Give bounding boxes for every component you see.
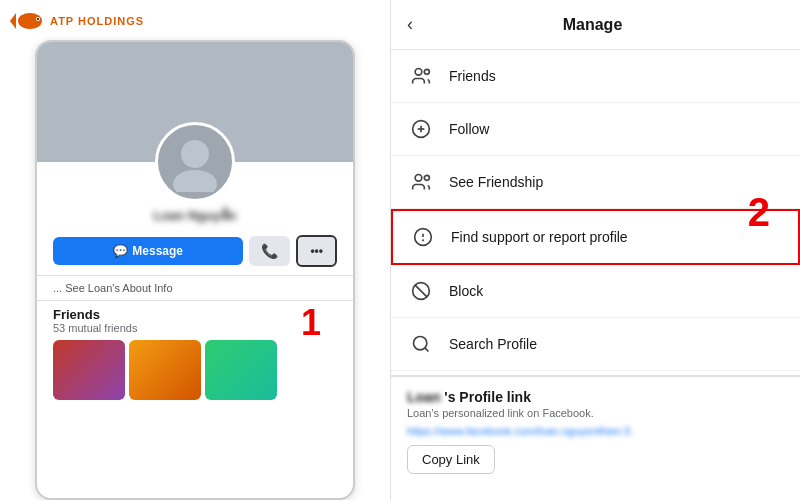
phone-frame: Loan Nguyễn 💬 Message 📞 ••• 1 ... See Lo… (35, 40, 355, 500)
right-panel: ‹ Manage Friends Follow (390, 0, 800, 500)
profile-link-url: https://www.facebook.com/loan.nguyenthie… (407, 425, 784, 437)
menu-item-search[interactable]: Search Profile (391, 318, 800, 371)
logo-text: ATP HOLDINGS (50, 15, 144, 27)
logo-area: ATP HOLDINGS (10, 8, 144, 34)
menu-block-label: Block (449, 283, 483, 299)
annotation-1: 1 (301, 302, 321, 344)
menu-friends-label: Friends (449, 68, 496, 84)
follow-icon (407, 115, 435, 143)
svg-point-7 (424, 69, 429, 74)
svg-point-0 (18, 13, 42, 29)
block-icon (407, 277, 435, 305)
menu-item-block[interactable]: Block (391, 265, 800, 318)
svg-line-19 (425, 348, 429, 352)
profile-name-blurred: Loan (407, 389, 440, 405)
svg-line-17 (415, 285, 427, 297)
menu-report-label: Find support or report profile (451, 229, 628, 245)
report-icon (409, 223, 437, 251)
svg-point-15 (423, 240, 424, 241)
menu-friendship-label: See Friendship (449, 174, 543, 190)
menu-follow-label: Follow (449, 121, 489, 137)
friend-photo-1 (53, 340, 125, 400)
friends-photos (53, 340, 337, 400)
svg-point-11 (415, 175, 422, 182)
manage-title: Manage (425, 16, 760, 34)
call-button[interactable]: 📞 (249, 236, 290, 266)
svg-marker-1 (10, 13, 16, 29)
avatar-wrap (37, 122, 353, 202)
menu-item-report[interactable]: Find support or report profile (391, 209, 800, 265)
friend-photo-2 (129, 340, 201, 400)
avatar (155, 122, 235, 202)
logo-icon (10, 8, 46, 34)
svg-point-4 (181, 140, 209, 168)
friend-photo-3 (205, 340, 277, 400)
avatar-silhouette (165, 132, 225, 192)
copy-link-button[interactable]: Copy Link (407, 445, 495, 474)
profile-link-sub: Loan's personalized link on Facebook. (407, 407, 784, 419)
menu-item-friends[interactable]: Friends (391, 50, 800, 103)
menu-list: Friends Follow See Friendship (391, 50, 800, 371)
menu-item-follow[interactable]: Follow (391, 103, 800, 156)
left-panel: ATP HOLDINGS Loan Nguyễn 💬 Message 📞 (0, 0, 390, 500)
ellipsis-icon: ••• (310, 244, 323, 258)
about-text: ... See Loan's About Info (53, 282, 173, 294)
messenger-icon: 💬 (113, 244, 128, 258)
manage-header: ‹ Manage (391, 0, 800, 50)
friends-count: 53 mutual friends (53, 322, 337, 334)
menu-item-friendship[interactable]: See Friendship (391, 156, 800, 209)
search-icon (407, 330, 435, 358)
phone-icon: 📞 (261, 243, 278, 259)
friends-icon (407, 62, 435, 90)
svg-point-5 (173, 170, 217, 192)
action-buttons: 💬 Message 📞 ••• (37, 227, 353, 275)
svg-point-3 (37, 18, 39, 20)
profile-link-section: Loan 's Profile link Loan's personalized… (391, 375, 800, 486)
profile-link-title: Loan 's Profile link (407, 389, 784, 405)
about-info: ... See Loan's About Info (37, 276, 353, 300)
friends-title: Friends (53, 307, 337, 322)
profile-name: Loan Nguyễn (37, 208, 353, 223)
svg-point-12 (424, 175, 429, 180)
more-button[interactable]: ••• (296, 235, 337, 267)
svg-point-18 (414, 337, 427, 350)
svg-point-6 (415, 69, 422, 76)
message-button[interactable]: 💬 Message (53, 237, 243, 265)
back-button[interactable]: ‹ (407, 14, 413, 35)
friendship-icon (407, 168, 435, 196)
menu-search-label: Search Profile (449, 336, 537, 352)
